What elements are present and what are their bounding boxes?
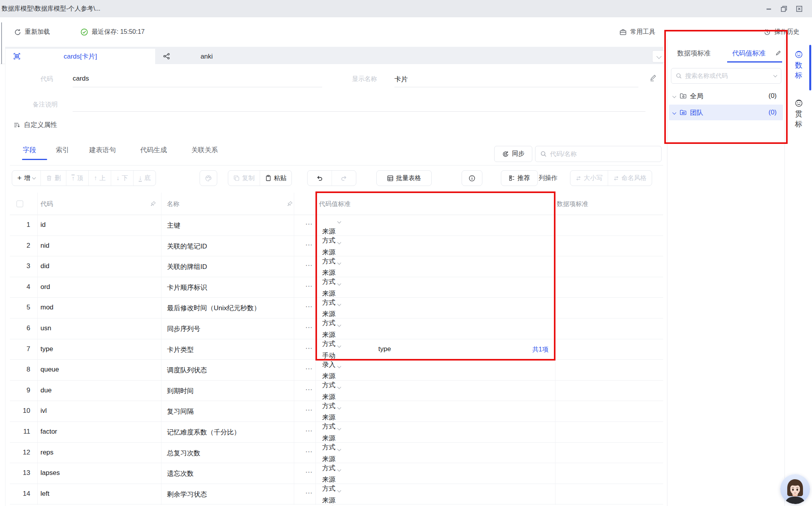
code-value-source-select[interactable]: 来源方式 bbox=[322, 221, 341, 223]
field-name-cell[interactable]: 剩余学习状态 bbox=[167, 490, 207, 499]
code-value-source-select[interactable]: 来源方式 bbox=[322, 283, 341, 285]
tabbar-collapse-button[interactable] bbox=[652, 50, 665, 63]
field-name-cell[interactable]: 到期时间 bbox=[167, 386, 194, 396]
field-code-cell[interactable]: due bbox=[40, 386, 51, 394]
header-code-value-std[interactable]: 代码值标准 bbox=[319, 193, 350, 215]
field-code-cell[interactable]: mod bbox=[40, 304, 53, 311]
field-search-input[interactable] bbox=[550, 151, 656, 158]
field-name-cell[interactable]: 关联的笔记ID bbox=[167, 242, 207, 251]
pushpin-icon[interactable] bbox=[150, 201, 156, 208]
row-more-icon[interactable]: ⋯ bbox=[305, 219, 313, 228]
add-row-button[interactable]: + 增 bbox=[12, 171, 40, 186]
table-row[interactable]: 12reps总复习次数⋯来源方式 bbox=[10, 443, 663, 464]
field-code-cell[interactable]: did bbox=[40, 262, 49, 270]
code-value-source-select[interactable]: 来源方式 bbox=[322, 262, 341, 264]
table-row[interactable]: 7type卡片类型⋯手动录入type共1项 bbox=[10, 339, 663, 360]
code-value-source-select[interactable]: 来源方式 bbox=[322, 407, 341, 409]
table-row[interactable]: 2nid关联的笔记ID⋯来源方式 bbox=[10, 236, 663, 257]
tab-ddl[interactable]: 建表语句 bbox=[89, 145, 116, 155]
field-name-cell[interactable]: 复习间隔 bbox=[167, 407, 194, 416]
reload-button[interactable]: 重新加载 bbox=[14, 17, 50, 47]
header-name[interactable]: 名称 bbox=[167, 193, 180, 215]
info-button[interactable] bbox=[462, 171, 482, 186]
field-code-cell[interactable]: reps bbox=[40, 449, 53, 456]
tree-item-global[interactable]: 全局 (0) bbox=[669, 88, 783, 104]
table-row[interactable]: 6usn同步序列号⋯来源方式 bbox=[10, 318, 663, 339]
delete-row-button[interactable]: 删 bbox=[40, 171, 66, 186]
field-search[interactable] bbox=[535, 146, 662, 162]
row-more-icon[interactable]: ⋯ bbox=[305, 261, 313, 270]
table-row[interactable]: 8queue调度队列状态⋯来源方式 bbox=[10, 360, 663, 381]
tab-codegen[interactable]: 代码生成 bbox=[140, 145, 167, 155]
restore-icon[interactable] bbox=[781, 6, 787, 12]
header-code[interactable]: 代码 bbox=[40, 193, 53, 215]
tab-relations[interactable]: 关联关系 bbox=[191, 145, 218, 155]
table-row[interactable]: 10ivl复习间隔⋯来源方式 bbox=[10, 401, 663, 422]
row-more-icon[interactable]: ⋯ bbox=[305, 364, 313, 373]
table-row[interactable]: 4ord卡片顺序标识⋯来源方式 bbox=[10, 277, 663, 298]
field-code-cell[interactable]: factor bbox=[40, 428, 57, 436]
recommend-button[interactable]: 推荐 bbox=[501, 171, 537, 186]
field-name-cell[interactable]: 同步序列号 bbox=[167, 324, 200, 333]
copy-button[interactable]: 复制 bbox=[228, 171, 260, 186]
field-code-cell[interactable]: lapses bbox=[40, 469, 60, 477]
row-more-icon[interactable]: ⋯ bbox=[305, 385, 313, 394]
table-row[interactable]: 1id主键⋯来源方式 bbox=[10, 215, 663, 236]
code-field-value[interactable]: cards bbox=[73, 75, 89, 83]
code-value-source-select[interactable]: 来源方式 bbox=[322, 490, 341, 492]
close-icon[interactable] bbox=[796, 6, 803, 12]
edit-pencil-icon[interactable] bbox=[649, 74, 657, 83]
row-more-icon[interactable]: ⋯ bbox=[305, 323, 313, 332]
move-up-button[interactable]: ↑ 上 bbox=[88, 171, 111, 186]
field-code-cell[interactable]: ivl bbox=[40, 407, 47, 415]
table-row[interactable]: 9due到期时间⋯来源方式 bbox=[10, 381, 663, 401]
field-name-cell[interactable]: 记忆难度系数（千分比） bbox=[167, 428, 240, 437]
move-top-button[interactable]: ↑ 顶 bbox=[66, 171, 88, 186]
batch-table-button[interactable]: 批量表格 bbox=[377, 171, 431, 186]
naming-style-button[interactable]: 命名风格 bbox=[608, 171, 652, 186]
row-more-icon[interactable]: ⋯ bbox=[305, 488, 313, 497]
code-value-source-select[interactable]: 来源方式 bbox=[322, 428, 341, 430]
common-tools-button[interactable]: 常用工具 bbox=[620, 17, 655, 47]
redo-button[interactable] bbox=[332, 171, 356, 186]
field-name-cell[interactable]: 总复习次数 bbox=[167, 449, 200, 458]
tab-fields[interactable]: 字段 bbox=[23, 145, 36, 155]
code-value-source-select[interactable]: 来源方式 bbox=[322, 449, 341, 451]
field-code-cell[interactable]: queue bbox=[40, 366, 59, 374]
field-code-cell[interactable]: nid bbox=[40, 242, 49, 250]
code-value-source-select[interactable]: 来源方式 bbox=[322, 386, 341, 388]
strip-tab-data-standard[interactable]: 数标 bbox=[785, 50, 812, 81]
row-more-icon[interactable]: ⋯ bbox=[305, 467, 313, 477]
case-button[interactable]: 大小写 bbox=[570, 171, 608, 186]
field-name-cell[interactable]: 卡片类型 bbox=[167, 345, 194, 354]
select-all-checkbox[interactable] bbox=[16, 201, 23, 207]
row-more-icon[interactable]: ⋯ bbox=[305, 282, 313, 291]
row-more-icon[interactable]: ⋯ bbox=[305, 344, 313, 353]
table-row[interactable]: 3did关联的牌组ID⋯来源方式 bbox=[10, 256, 663, 277]
pushpin-icon[interactable] bbox=[287, 201, 293, 208]
field-name-cell[interactable]: 关联的牌组ID bbox=[167, 262, 207, 271]
code-value-source-select[interactable]: 来源方式 bbox=[322, 366, 341, 368]
field-code-cell[interactable]: left bbox=[40, 490, 49, 498]
sync-button[interactable]: 同步 bbox=[494, 146, 532, 162]
field-name-cell[interactable]: 卡片顺序标识 bbox=[167, 283, 207, 292]
field-code-cell[interactable]: ord bbox=[40, 283, 50, 291]
panel-edit-pencil-icon[interactable] bbox=[775, 50, 781, 58]
field-code-cell[interactable]: usn bbox=[40, 324, 51, 332]
minimize-icon[interactable] bbox=[766, 6, 772, 12]
tab-anki[interactable]: anki bbox=[155, 49, 258, 64]
code-value-count-link[interactable]: 共1项 bbox=[532, 346, 548, 354]
table-row[interactable]: 14left剩余学习状态⋯来源方式 bbox=[10, 484, 663, 505]
table-row[interactable]: 13lapses遗忘次数⋯来源方式 bbox=[10, 463, 663, 484]
code-value-source-select[interactable]: 来源方式 bbox=[322, 242, 341, 244]
table-row[interactable]: 5mod最后修改时间（Unix纪元秒数）⋯来源方式 bbox=[10, 298, 663, 318]
panel-search-input[interactable] bbox=[685, 72, 771, 79]
undo-button[interactable] bbox=[308, 171, 332, 186]
tab-code-value-standard[interactable]: 代码值标准 bbox=[732, 49, 766, 58]
user-avatar[interactable] bbox=[780, 474, 810, 504]
move-bottom-button[interactable]: ↓ 底 bbox=[133, 171, 156, 186]
strip-tab-compliance-standard[interactable]: 贯标 bbox=[785, 99, 812, 129]
tree-item-team[interactable]: 团队 (0) bbox=[669, 105, 783, 120]
custom-attributes-toggle[interactable]: 自定义属性 bbox=[13, 120, 57, 129]
row-more-icon[interactable]: ⋯ bbox=[305, 447, 313, 456]
